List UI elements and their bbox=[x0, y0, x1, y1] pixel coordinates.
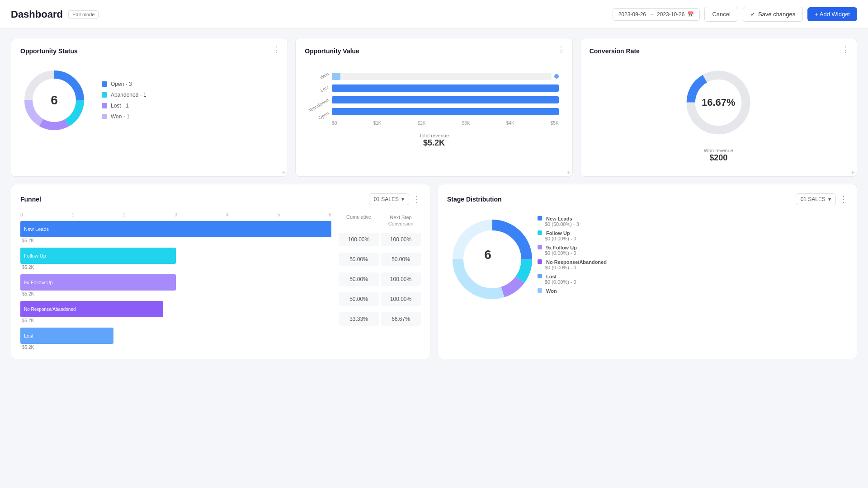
won-revenue-label: Won revenue bbox=[704, 148, 733, 153]
funnel-title: Funnel bbox=[20, 196, 41, 203]
chevron-down-icon: ▾ bbox=[828, 196, 831, 202]
checkmark-icon: ✓ bbox=[750, 11, 755, 18]
calendar-icon: 📅 bbox=[687, 11, 694, 18]
resize-handle[interactable] bbox=[850, 352, 855, 357]
funnel-table-header: Cumulative Next Step Conversion bbox=[339, 212, 421, 229]
bar-label-open: Open bbox=[317, 111, 330, 121]
cumulative-header: Cumulative bbox=[339, 212, 379, 229]
opportunity-status-menu-icon[interactable]: ⋮ bbox=[272, 46, 280, 54]
opportunity-status-widget: Opportunity Status ⋮ 6 bbox=[11, 38, 288, 177]
opportunity-value-menu-icon[interactable]: ⋮ bbox=[557, 46, 565, 54]
funnel-bar-9x-follow-up: 9x Follow Up $5.2K bbox=[20, 274, 331, 296]
legend-dot-lost bbox=[538, 274, 542, 278]
date-arrow-icon: → bbox=[649, 11, 654, 18]
stage-donut-svg bbox=[447, 214, 538, 305]
funnel-table-rows: 100.00% 100.00% 50.00% 50.00% 50.00% 100… bbox=[339, 233, 421, 326]
table-row: 50.00% 50.00% bbox=[339, 253, 421, 266]
page-title: Dashboard bbox=[11, 9, 63, 20]
stage-distribution-title: Stage Distribution bbox=[447, 196, 502, 203]
header: Dashboard Edit mode 2023-09-26 → 2023-10… bbox=[0, 0, 868, 29]
edit-mode-badge[interactable]: Edit mode bbox=[68, 10, 99, 19]
x-axis: $0 $1K $2K $3K $4K $5K bbox=[305, 121, 558, 126]
funnel-bar-follow-up: Follow Up $5.2K bbox=[20, 248, 331, 270]
legend-dot-abandoned bbox=[102, 92, 107, 98]
bar-label-lost: Lost bbox=[320, 84, 330, 93]
header-actions: 2023-09-26 → 2023-10-26 📅 Cancel ✓ Save … bbox=[613, 7, 857, 22]
legend-item-abandoned: Abandoned - 1 bbox=[102, 92, 146, 98]
legend-item-won: Won - 1 bbox=[102, 113, 146, 120]
resize-handle[interactable] bbox=[850, 170, 855, 174]
stage-donut: 6 bbox=[447, 214, 528, 296]
stage-legend-won: Won bbox=[538, 288, 607, 294]
resize-handle[interactable] bbox=[424, 352, 428, 357]
total-revenue-label: Total revenue bbox=[305, 133, 563, 138]
stage-legend-follow-up: Follow Up $0 (0.00%) - 0 bbox=[538, 230, 607, 241]
add-widget-button[interactable]: + Add Widget bbox=[807, 7, 857, 21]
stage-center-value: 6 bbox=[484, 248, 491, 262]
table-row: 100.00% 100.00% bbox=[339, 233, 421, 246]
status-content: 6 Open - 3 Abandoned - 1 Lost - 1 bbox=[20, 62, 278, 139]
legend-dot-won bbox=[102, 114, 107, 119]
funnel-pipeline-dropdown[interactable]: 01 SALES ▾ bbox=[369, 193, 409, 205]
status-legend: Open - 3 Abandoned - 1 Lost - 1 Won - 1 bbox=[102, 81, 146, 120]
resize-handle[interactable] bbox=[281, 170, 286, 174]
date-range-picker[interactable]: 2023-09-26 → 2023-10-26 📅 bbox=[613, 8, 700, 21]
funnel-axis: 0123456 bbox=[20, 212, 331, 217]
legend-dot-won bbox=[538, 288, 542, 293]
legend-item-lost: Lost - 1 bbox=[102, 103, 146, 109]
date-end: 2023-10-26 bbox=[657, 11, 684, 18]
chart-footer: Total revenue $5.2K bbox=[305, 133, 563, 148]
conversion-center-value: 16.67% bbox=[702, 97, 736, 108]
total-revenue-value: $5.2K bbox=[305, 138, 563, 148]
conversion-rate-menu-icon[interactable]: ⋮ bbox=[841, 46, 849, 54]
date-start: 2023-09-26 bbox=[618, 11, 646, 18]
top-widgets-row: Opportunity Status ⋮ 6 bbox=[11, 38, 857, 177]
stage-pipeline-dropdown[interactable]: 01 SALES ▾ bbox=[796, 193, 836, 205]
stage-header: Stage Distribution 01 SALES ▾ ⋮ bbox=[447, 193, 848, 205]
funnel-header: Funnel 01 SALES ▾ ⋮ bbox=[20, 193, 421, 205]
status-center-value: 6 bbox=[51, 93, 58, 108]
next-step-header: Next Step Conversion bbox=[381, 212, 421, 229]
opportunity-status-title: Opportunity Status bbox=[20, 47, 278, 55]
table-row: 50.00% 100.00% bbox=[339, 272, 421, 286]
cancel-button[interactable]: Cancel bbox=[704, 7, 738, 22]
funnel-bar-chart: 0123456 New Leads $5.2K bbox=[20, 212, 331, 350]
save-button[interactable]: ✓ Save changes bbox=[743, 7, 803, 22]
bar-label-won: Won bbox=[319, 71, 330, 80]
funnel-menu-icon[interactable]: ⋮ bbox=[413, 195, 421, 203]
legend-dot-no-response bbox=[538, 259, 542, 264]
bar-row-abandoned bbox=[332, 96, 558, 103]
stage-body: 6 New Leads $0 (50.00%) - 3 Follow Up $0… bbox=[447, 214, 848, 296]
won-dot bbox=[554, 74, 559, 79]
funnel-bar-lost: Lost $5.2K bbox=[20, 328, 331, 350]
legend-dot-lost bbox=[102, 103, 107, 108]
stage-distribution-widget: Stage Distribution 01 SALES ▾ ⋮ bbox=[438, 184, 857, 359]
funnel-bars: New Leads $5.2K Follow Up bbox=[20, 221, 331, 350]
legend-dot-new-leads bbox=[538, 216, 542, 221]
opportunity-value-title: Opportunity Value bbox=[305, 47, 563, 55]
status-donut: 6 bbox=[20, 66, 88, 134]
bar-row-open bbox=[332, 108, 558, 115]
conversion-donut: 16.67% bbox=[682, 66, 755, 139]
table-row: 50.00% 100.00% bbox=[339, 292, 421, 306]
stage-legend-lost: Lost $0 (0.00%) - 0 bbox=[538, 274, 607, 285]
stage-menu-icon[interactable]: ⋮ bbox=[840, 195, 848, 203]
funnel-table: Cumulative Next Step Conversion 100.00% … bbox=[339, 212, 421, 350]
legend-dot-follow-up bbox=[538, 230, 542, 235]
funnel-body: 0123456 New Leads $5.2K bbox=[20, 212, 421, 350]
bar-chart-container: Won Lost Abandoned Open bbox=[305, 62, 563, 148]
table-row: 33.33% 66.67% bbox=[339, 312, 421, 326]
bottom-widgets-row: Funnel 01 SALES ▾ ⋮ 0123456 bbox=[11, 184, 857, 359]
funnel-bar-no-response: No Response/Abandoned $5.2K bbox=[20, 301, 331, 323]
conversion-footer: Won revenue $200 bbox=[704, 148, 733, 163]
stage-legend-9x-follow-up: 9x Follow Up $0 (0.00%) - 0 bbox=[538, 245, 607, 256]
funnel-widget: Funnel 01 SALES ▾ ⋮ 0123456 bbox=[11, 184, 430, 359]
main-content: Opportunity Status ⋮ 6 bbox=[0, 29, 868, 375]
stage-legend-new-leads: New Leads $0 (50.00%) - 3 bbox=[538, 216, 607, 227]
stage-legend-no-response: No Response/Abandoned $0 (0.00%) - 0 bbox=[538, 259, 607, 270]
funnel-bar-new-leads: New Leads $5.2K bbox=[20, 221, 331, 243]
legend-dot-9x-follow-up bbox=[538, 245, 542, 249]
chevron-down-icon: ▾ bbox=[401, 196, 404, 202]
won-revenue-value: $200 bbox=[704, 153, 733, 163]
resize-handle[interactable] bbox=[566, 170, 571, 174]
